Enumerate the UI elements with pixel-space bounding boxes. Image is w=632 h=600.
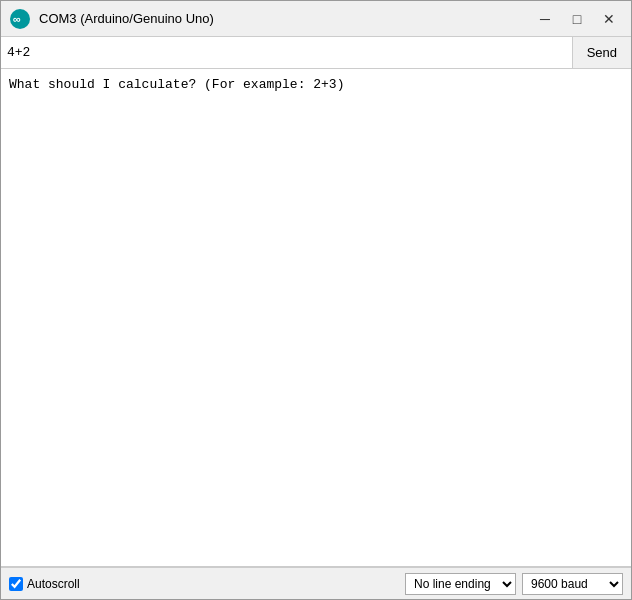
autoscroll-label[interactable]: Autoscroll [27, 577, 80, 591]
autoscroll-checkbox[interactable] [9, 577, 23, 591]
status-bar: Autoscroll No line ending Newline Carria… [1, 567, 631, 599]
maximize-icon: □ [573, 11, 581, 27]
baud-rate-select[interactable]: 300 baud 1200 baud 2400 baud 4800 baud 9… [522, 573, 623, 595]
output-line-1: What should I calculate? (For example: 2… [9, 75, 623, 95]
title-bar: ∞ COM3 (Arduino/Genuino Uno) ─ □ ✕ [1, 1, 631, 37]
arduino-serial-monitor-window: ∞ COM3 (Arduino/Genuino Uno) ─ □ ✕ Send … [0, 0, 632, 600]
minimize-button[interactable]: ─ [531, 8, 559, 30]
send-button[interactable]: Send [572, 37, 631, 68]
svg-text:∞: ∞ [13, 13, 21, 25]
autoscroll-area: Autoscroll [9, 577, 80, 591]
window-controls: ─ □ ✕ [531, 8, 623, 30]
serial-output-area: What should I calculate? (For example: 2… [1, 69, 631, 567]
line-ending-select[interactable]: No line ending Newline Carriage return B… [405, 573, 516, 595]
close-button[interactable]: ✕ [595, 8, 623, 30]
serial-input[interactable] [1, 37, 572, 68]
window-title: COM3 (Arduino/Genuino Uno) [39, 11, 531, 26]
maximize-button[interactable]: □ [563, 8, 591, 30]
arduino-logo-icon: ∞ [9, 8, 31, 30]
minimize-icon: ─ [540, 11, 550, 27]
close-icon: ✕ [603, 11, 615, 27]
status-bar-right: No line ending Newline Carriage return B… [405, 573, 623, 595]
serial-input-row: Send [1, 37, 631, 69]
